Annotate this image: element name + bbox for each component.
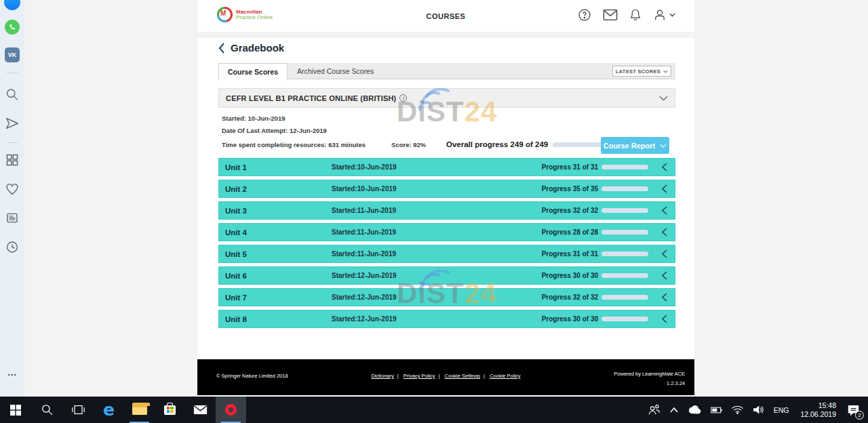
unit-name: Unit 7 — [219, 294, 332, 302]
opera-icon[interactable] — [216, 397, 246, 423]
course-report-button[interactable]: Course Report — [601, 137, 669, 154]
unit-progress-bar — [601, 186, 648, 191]
site-footer: © Springer Nature Limited 2018 Dictionar… — [197, 359, 694, 395]
unit-name: Unit 6 — [219, 272, 332, 280]
footer-powered-by: Powered by LearningMate ACE — [614, 369, 685, 379]
footer-version: 1.2.3.24 — [614, 379, 685, 388]
unit-row[interactable]: Unit 4 Started:11-Jun-2019 Progress 28 o… — [218, 223, 675, 241]
chevron-left-icon[interactable] — [662, 271, 667, 280]
task-view-icon[interactable] — [62, 397, 94, 423]
info-icon[interactable]: i — [399, 94, 407, 102]
language-indicator[interactable]: ENG — [768, 406, 795, 414]
unit-started: Started:12-Jun-2019 — [332, 294, 542, 301]
unit-progress-bar — [601, 230, 648, 235]
chevron-down-icon — [669, 13, 675, 17]
unit-progress-label: Progress 31 of 31 — [542, 250, 598, 258]
account-menu[interactable] — [653, 8, 675, 22]
unit-row[interactable]: Unit 5 Started:11-Jun-2019 Progress 31 o… — [218, 245, 675, 263]
microsoft-store-icon[interactable] — [155, 397, 185, 423]
my-flow-icon[interactable] — [5, 116, 20, 131]
bookmarks-heart-icon[interactable] — [5, 182, 20, 197]
taskbar-search-icon[interactable] — [31, 397, 62, 423]
edge-icon[interactable]: e — [94, 397, 124, 423]
history-clock-icon[interactable] — [5, 240, 20, 254]
unit-progress-label: Progress 35 of 35 — [542, 185, 598, 193]
chevron-down-icon[interactable] — [659, 96, 668, 101]
messenger-icon[interactable] — [4, 0, 20, 10]
latest-scores-dropdown[interactable]: LATEST SCORES — [612, 66, 671, 77]
footer-link-cookie-policy[interactable]: Cookie Policy — [490, 373, 520, 379]
notification-badge: 2 — [855, 411, 864, 420]
chevron-left-icon[interactable] — [662, 249, 667, 258]
footer-separator: | — [397, 373, 399, 379]
onedrive-cloud-icon[interactable] — [683, 397, 706, 423]
footer-link-dictionary[interactable]: Dictionary — [371, 373, 393, 379]
notifications-bell-icon[interactable] — [629, 8, 642, 22]
unit-progress-label: Progress 32 of 32 — [542, 207, 598, 214]
unit-row[interactable]: Unit 8 Started:12-Jun-2019 Progress 30 o… — [218, 310, 675, 328]
search-icon[interactable] — [5, 87, 20, 102]
unit-progress-bar — [601, 273, 648, 278]
start-button[interactable] — [0, 397, 31, 423]
news-icon[interactable] — [5, 211, 20, 225]
unit-progress-label: Progress 28 of 28 — [542, 228, 598, 236]
unit-progress-bar — [601, 165, 648, 169]
course-score: Score: 92% — [391, 141, 426, 148]
unit-name: Unit 5 — [219, 250, 332, 258]
speed-dial-icon[interactable] — [5, 153, 19, 167]
unit-name: Unit 2 — [219, 185, 332, 193]
taskbar-date: 12.06.2019 — [800, 410, 836, 419]
unit-progress-bar — [601, 295, 648, 300]
unit-started: Started:12-Jun-2019 — [332, 315, 542, 323]
course-accordion-header[interactable]: CEFR LEVEL B1 PRACTICE ONLINE (BRITISH) … — [218, 88, 675, 108]
taskbar-time: 15:48 — [800, 401, 836, 410]
chevron-down-icon — [663, 70, 668, 73]
page-content: M Macmillan Practice Online COURSES — [197, 0, 694, 397]
battery-icon[interactable] — [706, 397, 727, 423]
unit-name: Unit 4 — [219, 228, 332, 237]
latest-scores-label: LATEST SCORES — [616, 68, 660, 75]
footer-link-cookie-settings[interactable]: Cookie Settings — [445, 373, 481, 379]
wifi-icon[interactable] — [727, 397, 748, 423]
tab-archived-course-scores[interactable]: Archived Course Scores — [288, 63, 382, 79]
tab-course-scores[interactable]: Course Scores — [218, 63, 288, 80]
unit-started: Started:11-Jun-2019 — [332, 250, 542, 258]
unit-row[interactable]: Unit 3 Started:11-Jun-2019 Progress 32 o… — [218, 201, 675, 220]
chevron-left-icon[interactable] — [662, 315, 667, 323]
action-center-icon[interactable]: 2 — [842, 397, 868, 423]
whatsapp-icon[interactable] — [5, 20, 20, 35]
sidebar-divider — [7, 73, 18, 73]
chevron-left-icon[interactable] — [662, 293, 667, 302]
unit-started: Started:11-Jun-2019 — [332, 228, 542, 236]
unit-progress-label: Progress 32 of 32 — [542, 294, 598, 301]
unit-row[interactable]: Unit 1 Started:10-Jun-2019 Progress 31 o… — [218, 158, 675, 176]
back-chevron-icon[interactable] — [218, 43, 225, 54]
unit-row[interactable]: Unit 6 Started:12-Jun-2019 Progress 30 o… — [218, 266, 675, 285]
unit-row[interactable]: Unit 2 Started:10-Jun-2019 Progress 35 o… — [218, 180, 675, 198]
clock[interactable]: 15:48 12.06.2019 — [794, 401, 842, 419]
chevron-left-icon[interactable] — [662, 228, 667, 237]
footer-separator: | — [439, 373, 440, 379]
vk-icon[interactable]: VK — [5, 47, 20, 62]
course-last-attempt: Date Of Last Attempt: 12-Jun-2019 — [222, 127, 327, 134]
page-title: Gradebook — [231, 42, 284, 54]
app-header: M Macmillan Practice Online COURSES — [197, 0, 694, 32]
chevron-down-icon — [660, 144, 667, 148]
course-name: CEFR LEVEL B1 PRACTICE ONLINE (BRITISH) — [226, 94, 396, 102]
chevron-left-icon[interactable] — [662, 163, 667, 172]
file-explorer-icon[interactable] — [124, 397, 155, 423]
messages-icon[interactable] — [603, 9, 618, 21]
sidebar-more-icon[interactable]: ... — [0, 367, 24, 378]
chevron-left-icon[interactable] — [662, 206, 667, 215]
people-icon[interactable] — [643, 397, 665, 423]
unit-name: Unit 1 — [219, 163, 332, 172]
unit-row[interactable]: Unit 7 Started:12-Jun-2019 Progress 32 o… — [218, 288, 675, 306]
mail-icon[interactable] — [185, 397, 216, 423]
chevron-left-icon[interactable] — [662, 184, 667, 193]
help-icon[interactable] — [578, 8, 591, 22]
hidden-icons-chevron[interactable] — [665, 397, 683, 423]
footer-link-privacy-policy[interactable]: Privacy Policy — [403, 373, 435, 379]
overall-progress-bar — [553, 142, 604, 147]
unit-progress-label: Progress 30 of 30 — [542, 315, 598, 323]
volume-icon[interactable] — [748, 397, 768, 423]
